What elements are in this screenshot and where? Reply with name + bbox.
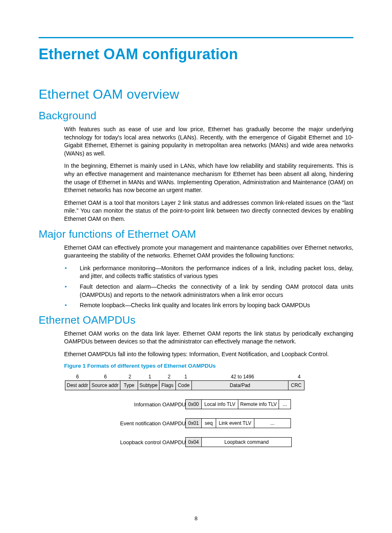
row-label: Event notification OAMPDU xyxy=(65,420,186,426)
row-event-notification-oampdu: Event notification OAMPDU 0x01 seq Link … xyxy=(65,418,353,428)
cell-code-val: 0x01 xyxy=(185,418,202,428)
paragraph: Ethernet OAM is a tool that monitors Lay… xyxy=(64,199,353,223)
list-item: Remote loopback—Checks link quality and … xyxy=(64,301,353,310)
hdr-num: 4 xyxy=(291,374,307,380)
oampdus-body: Ethernet OAM works on the data link laye… xyxy=(64,330,353,447)
paragraph: Ethernet OAMPDUs fall into the following… xyxy=(64,350,353,359)
cell: Remote info TLV xyxy=(238,399,279,409)
hdr-num: 42 to 1496 xyxy=(194,374,291,380)
cell: Local info TLV xyxy=(201,399,238,409)
row-label: Loopback control OAMPDU xyxy=(65,439,186,445)
cell-crc: CRC xyxy=(288,380,304,390)
row-label: Information OAMPDU xyxy=(65,401,186,408)
hdr-num: 6 xyxy=(90,374,121,380)
row-information-oampdu: Information OAMPDU 0x00 Local info TLV R… xyxy=(65,399,353,409)
figure-caption: Figure 1 Formats of different types of E… xyxy=(64,363,353,369)
paragraph: In the beginning, Ethernet is mainly use… xyxy=(64,162,353,194)
cell-code-val: 0x04 xyxy=(185,437,202,447)
paragraph: Ethernet OAM works on the data link laye… xyxy=(64,330,353,346)
subsection-major-functions: Major functions of Ethernet OAM xyxy=(39,228,353,241)
cell-flags: Flags xyxy=(159,380,176,390)
cell-dest: Dest addr xyxy=(65,380,90,390)
cell-data: Data/Pad xyxy=(191,380,288,390)
cell: seq xyxy=(201,418,216,428)
paragraph: Ethernet OAM can effectively promote you… xyxy=(64,244,353,260)
list-item: Link performance monitoring—Monitors the… xyxy=(64,264,353,280)
cell-code-val: 0x00 xyxy=(185,399,202,409)
subsection-background: Background xyxy=(39,109,353,122)
background-body: With features such as ease of use and lo… xyxy=(64,125,353,223)
paragraph: With features such as ease of use and lo… xyxy=(64,125,353,158)
cell-ellipsis: ... xyxy=(254,418,291,428)
hdr-num: 2 xyxy=(161,374,178,380)
cell-type: Type xyxy=(120,380,138,390)
page-number: 8 xyxy=(0,515,392,521)
page-title: Ethernet OAM configuration xyxy=(39,46,353,63)
cell: Loopback command xyxy=(201,437,292,447)
cell: Link event TLV xyxy=(216,418,254,428)
list-item: Fault detection and alarm—Checks the con… xyxy=(64,283,353,299)
cell-code: Code xyxy=(175,380,192,390)
hdr-num: 1 xyxy=(139,374,161,380)
oampdu-diagram: 6 6 2 1 2 1 42 to 1496 4 Dest addr Sourc… xyxy=(65,374,353,447)
major-body: Ethernet OAM can effectively promote you… xyxy=(64,244,353,310)
subsection-oampdus: Ethernet OAMPDUs xyxy=(39,314,353,327)
hdr-num: 1 xyxy=(178,374,194,380)
hdr-num: 6 xyxy=(65,374,90,380)
cell-sub: Subtype xyxy=(138,380,159,390)
cell-src: Source addr xyxy=(90,380,120,390)
bullet-list: Link performance monitoring—Monitors the… xyxy=(64,264,353,310)
diagram-header-numbers: 6 6 2 1 2 1 42 to 1496 4 xyxy=(65,374,353,380)
header-rule xyxy=(39,37,353,38)
diagram-header-cells: Dest addr Source addr Type Subtype Flags… xyxy=(65,380,353,390)
cell-ellipsis: ... xyxy=(279,399,291,409)
section-overview: Ethernet OAM overview xyxy=(39,87,353,102)
hdr-num: 2 xyxy=(121,374,139,380)
row-loopback-control-oampdu: Loopback control OAMPDU 0x04 Loopback co… xyxy=(65,437,353,447)
